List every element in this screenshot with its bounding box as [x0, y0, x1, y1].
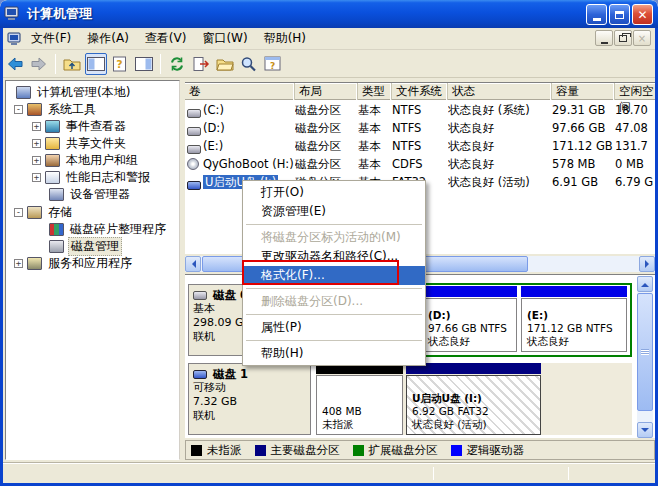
menu-action[interactable]: 操作(A): [79, 28, 137, 49]
column-header-freespace[interactable]: 空闲空间: [615, 83, 655, 100]
menu-view[interactable]: 查看(V): [137, 28, 195, 49]
shared-folders-icon: [45, 137, 60, 150]
partition-d[interactable]: (D:) 97.66 GB NTFS 状态良好: [422, 286, 517, 352]
tree-item-disk-management[interactable]: 磁盘管理: [49, 238, 122, 255]
window-icon: [4, 6, 22, 22]
scroll-down-icon[interactable]: [637, 422, 653, 438]
menu-item-help[interactable]: 帮助(H): [243, 344, 425, 363]
tree-item-event-viewer[interactable]: + 事件查看器: [32, 118, 128, 135]
menu-item-explore[interactable]: 资源管理(E): [243, 202, 425, 221]
partition-status: 状态良好: [428, 335, 514, 348]
menu-help[interactable]: 帮助(H): [256, 28, 314, 49]
open-folder-icon[interactable]: [214, 53, 236, 75]
cell-filesystem: NTFS: [392, 119, 447, 137]
tree-item-computer-management[interactable]: 计算机管理(本地): [16, 84, 132, 101]
disk1-title: 磁盘 1: [213, 367, 248, 381]
cell-layout: 磁盘分区: [295, 155, 355, 173]
expand-expander-icon[interactable]: +: [14, 259, 23, 268]
status-bar: [3, 463, 655, 483]
column-header-layout[interactable]: 布局: [295, 83, 358, 100]
console-icon: [7, 32, 23, 46]
scroll-left-icon[interactable]: [185, 256, 201, 272]
disk1-info-box[interactable]: 磁盘 1 可移动 7.32 GB 联机: [188, 363, 311, 435]
event-viewer-icon: [45, 120, 60, 133]
column-header-type[interactable]: 类型: [358, 83, 392, 100]
cell-volume: (D:): [203, 119, 295, 137]
device-manager-icon: [49, 188, 64, 201]
forward-icon[interactable]: [28, 53, 50, 75]
tree-item-label: 设备管理器: [68, 186, 132, 203]
minimize-button[interactable]: [586, 4, 607, 25]
cell-freespace: 47.08: [615, 119, 655, 137]
search-icon[interactable]: [238, 53, 260, 75]
tree-item-device-manager[interactable]: 设备管理器: [49, 186, 132, 203]
cell-freespace: 0 MB: [615, 155, 655, 173]
cell-status: 状态良好 (系统): [448, 101, 550, 119]
refresh-icon[interactable]: [166, 53, 188, 75]
unallocated-space[interactable]: 408 MB 未指派: [316, 363, 403, 435]
logical-color-swatch: [451, 445, 462, 456]
menu-item-delete-partition: 删除磁盘分区(D)...: [243, 292, 425, 311]
title-bar[interactable]: 计算机管理 ✕: [0, 0, 658, 28]
expand-expander-icon[interactable]: +: [32, 173, 41, 182]
tree-item-system-tools[interactable]: - 系统工具: [14, 101, 98, 118]
performance-icon: [45, 171, 60, 184]
svg-text:?: ?: [116, 58, 122, 71]
mdi-restore-button[interactable]: [614, 30, 632, 46]
cell-type: 基本: [358, 119, 391, 137]
show-action-pane-icon[interactable]: [133, 53, 155, 75]
cell-capacity: 171.12 GB: [552, 137, 614, 155]
tree-item-performance[interactable]: + 性能日志和警报: [32, 169, 152, 186]
menu-separator: [246, 340, 422, 341]
volume-row-h[interactable]: QyGhoBoot (H:) 磁盘分区 基本 CDFS 状态良好 578 MB …: [185, 155, 655, 173]
scroll-right-icon[interactable]: [639, 256, 655, 272]
volume-row-d[interactable]: (D:) 磁盘分区 基本 NTFS 状态良好 97.66 GB 47.08: [185, 119, 655, 137]
partition-i-selected[interactable]: U启动U盘 (I:) 6.92 GB FAT32 状态良好 (活动): [406, 363, 541, 435]
menu-window[interactable]: 窗口(W): [194, 28, 255, 49]
menu-separator: [246, 314, 422, 315]
tree-item-shared-folders[interactable]: + 共享文件夹: [32, 135, 128, 152]
partition-e[interactable]: (E:) 171.12 GB NTFS 状态良好: [521, 286, 627, 352]
mdi-minimize-button[interactable]: [595, 30, 613, 46]
export-list-icon[interactable]: [190, 53, 212, 75]
scroll-up-icon[interactable]: [637, 276, 653, 292]
disk-management-icon: [49, 240, 64, 253]
column-header-capacity[interactable]: 容量: [552, 83, 615, 100]
collapse-expander-icon[interactable]: -: [14, 105, 23, 114]
close-button[interactable]: ✕: [632, 4, 653, 25]
tree-item-services[interactable]: + 服务和应用程序: [14, 255, 134, 272]
vertical-scroll-thumb[interactable]: [637, 293, 653, 411]
system-tools-icon: [27, 103, 42, 116]
column-header-volume[interactable]: 卷: [185, 83, 295, 100]
partition-status: 状态良好 (活动): [412, 418, 538, 431]
cell-freespace: 131.7: [615, 137, 655, 155]
cell-type: 基本: [358, 155, 391, 173]
cell-volume: (C:): [203, 101, 295, 119]
column-header-status[interactable]: 状态: [448, 83, 552, 100]
help-window-icon[interactable]: ?: [262, 53, 284, 75]
maximize-button[interactable]: [609, 4, 630, 25]
vertical-scrollbar[interactable]: [637, 276, 653, 438]
back-icon[interactable]: [4, 53, 26, 75]
menu-item-properties[interactable]: 属性(P): [243, 318, 425, 337]
menu-item-open[interactable]: 打开(O): [243, 183, 425, 202]
expand-expander-icon[interactable]: +: [32, 139, 41, 148]
volume-row-e[interactable]: (E:) 磁盘分区 基本 NTFS 状态良好 171.12 GB 131.7: [185, 137, 655, 155]
legend-label: 扩展磁盘分区: [369, 443, 438, 458]
tree-item-storage[interactable]: - 存储: [14, 204, 74, 221]
up-level-icon[interactable]: [61, 53, 83, 75]
help-doc-icon[interactable]: ?: [109, 53, 131, 75]
menu-separator: [246, 224, 422, 225]
menu-file[interactable]: 文件(F): [23, 28, 79, 49]
expand-expander-icon[interactable]: +: [32, 156, 41, 165]
volume-row-c[interactable]: (C:) 磁盘分区 基本 NTFS 状态良好 (系统) 29.31 GB 18.…: [185, 101, 655, 119]
partition-size: 171.12 GB NTFS: [527, 322, 624, 335]
tree-item-defragmenter[interactable]: 磁盘碎片整理程序: [49, 221, 168, 238]
collapse-expander-icon[interactable]: -: [14, 208, 23, 217]
show-console-tree-icon[interactable]: [85, 53, 107, 75]
column-header-filesystem[interactable]: 文件系统: [392, 83, 448, 100]
expand-expander-icon[interactable]: +: [32, 122, 41, 131]
cell-volume: (E:): [203, 137, 295, 155]
extended-color-swatch: [353, 445, 364, 456]
tree-item-local-users[interactable]: + 本地用户和组: [32, 152, 140, 169]
